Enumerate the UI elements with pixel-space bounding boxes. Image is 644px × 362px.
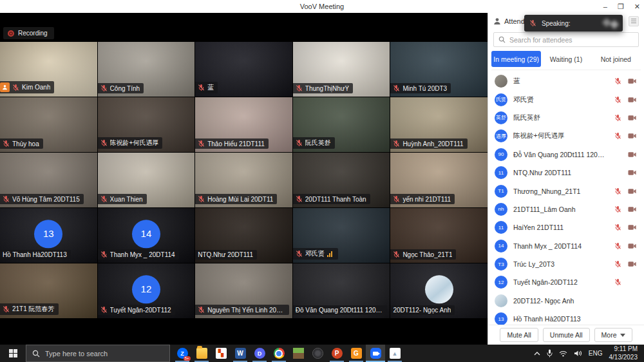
camera-off-icon[interactable] xyxy=(628,187,636,195)
attendee-row[interactable]: T1 Thương_Nhung_21T1 xyxy=(488,182,644,200)
video-tile[interactable]: 12 Tuyết Ngân-20DT112 xyxy=(98,263,195,318)
attendee-row[interactable]: 11 HaiYen 21DT111 xyxy=(488,218,644,236)
video-tile[interactable]: ThungThịNhưÝ xyxy=(293,42,390,97)
video-tile[interactable]: Xuan Thien xyxy=(98,153,195,207)
video-tile[interactable]: Nguyễn Thị Yến Linh 20DT112 xyxy=(195,263,292,318)
video-tile[interactable]: 邓氏贤 xyxy=(293,208,390,263)
unmute-all-button[interactable]: Unmute All xyxy=(543,328,590,342)
mic-muted-icon[interactable] xyxy=(614,224,622,232)
panel-menu-icon[interactable] xyxy=(629,16,639,26)
camera-off-icon[interactable] xyxy=(628,113,636,122)
mic-muted-icon xyxy=(296,195,303,203)
camera-off-icon[interactable] xyxy=(628,95,636,104)
attendee-search[interactable] xyxy=(493,32,639,47)
video-tile[interactable]: Hoàng Mùi Lai 20DT11 xyxy=(195,153,292,207)
video-tile[interactable]: Công Tính xyxy=(98,42,195,97)
redapp-app-icon[interactable] xyxy=(211,345,231,362)
video-tile[interactable]: 20DT112- Ngọc Anh xyxy=(390,263,488,318)
mic-muted-icon[interactable] xyxy=(614,260,622,269)
mic-muted-icon xyxy=(100,139,108,147)
video-tile[interactable]: Thảo Hiếu 21DT111 xyxy=(195,97,292,152)
video-tile[interactable]: 陈祝龄+何氏遇厚 xyxy=(98,97,195,152)
photos-app-icon[interactable] xyxy=(385,345,404,362)
attendee-row[interactable]: 12 Tuyết Ngân-20DT112 xyxy=(488,273,644,291)
speaker-icon[interactable] xyxy=(574,350,582,357)
attendee-row[interactable]: T3 Trúc Ly_20T3 xyxy=(488,255,644,273)
host-icon xyxy=(0,82,10,92)
microphone-icon[interactable] xyxy=(547,349,553,357)
camera-off-icon[interactable] xyxy=(628,150,636,158)
video-tile[interactable]: Đỗ Văn Quang 20Dt111 120000190 xyxy=(293,263,390,318)
mic-muted-icon[interactable] xyxy=(614,132,622,140)
mic-muted-icon[interactable] xyxy=(614,77,622,86)
wifi-icon[interactable] xyxy=(559,350,567,357)
more-button[interactable]: More xyxy=(594,328,632,342)
explorer-app-icon[interactable] xyxy=(192,345,211,362)
attendee-row[interactable]: nh 21DT111_Lâm Oanh xyxy=(488,200,644,218)
camera-off-icon[interactable] xyxy=(628,132,636,140)
video-tile[interactable]: 21T1 阮范春芳 xyxy=(0,263,97,318)
camera-off-icon[interactable] xyxy=(628,242,636,250)
video-tile[interactable]: 阮氏英舒 xyxy=(293,97,390,152)
attendee-row[interactable]: 氏贤 邓氏贤 xyxy=(488,90,644,108)
video-tile[interactable]: Võ Hùng Tâm 20DT115 xyxy=(0,153,97,207)
attendee-row[interactable]: 13 Hồ Thanh Hà20DT113 xyxy=(488,310,644,325)
camera-off-icon[interactable] xyxy=(628,260,636,269)
mic-muted-icon[interactable] xyxy=(614,187,622,195)
camera-off-icon[interactable] xyxy=(628,205,636,213)
attendee-row[interactable]: 14 Thanh Myx _ 20DT114 xyxy=(488,237,644,255)
tab-not-joined[interactable]: Not joined xyxy=(591,51,641,67)
tile-name-bar: 邓氏贤 xyxy=(293,248,338,260)
taskbar-search[interactable]: Type here to search xyxy=(26,345,170,362)
video-tile[interactable]: Ngọc Thảo_21T1 xyxy=(390,208,488,263)
tile-name-bar: Thùy hoa xyxy=(0,138,43,149)
video-tile[interactable]: Minh Tú 20DT3 xyxy=(390,42,488,97)
tab-in-meeting-29-[interactable]: In meeting (29) xyxy=(491,51,541,67)
video-tile[interactable]: 蓝 xyxy=(195,42,292,97)
attendee-row[interactable]: 20DT112- Ngọc Anh xyxy=(488,292,644,310)
attendee-row[interactable]: 11 NTQ.Như 20DT111 xyxy=(488,164,644,182)
lens-app-icon[interactable] xyxy=(308,345,327,362)
minecraft-app-icon[interactable] xyxy=(289,345,308,362)
start-button[interactable] xyxy=(0,345,26,362)
video-tile[interactable]: Huỳnh Anh_20DT111 xyxy=(390,97,488,152)
camera-off-icon[interactable] xyxy=(628,224,636,232)
video-tile[interactable]: yến nhi 21DT111 xyxy=(390,153,488,207)
video-tile[interactable]: 20DT111 Thanh Toàn xyxy=(293,153,390,207)
mic-muted-icon[interactable] xyxy=(614,95,622,104)
camera-off-icon[interactable] xyxy=(628,169,636,177)
camera-off-icon[interactable] xyxy=(628,77,636,86)
attendee-row[interactable]: 遇厚 陈祝龄+何氏遇厚 xyxy=(488,127,644,145)
mic-muted-icon[interactable] xyxy=(614,113,622,122)
mic-muted-icon[interactable] xyxy=(614,242,622,250)
video-tile[interactable]: 14 Thanh Myx _ 20DT114 xyxy=(98,208,195,263)
tray-expand-icon[interactable] xyxy=(534,351,540,356)
voov-app-icon[interactable] xyxy=(366,345,385,362)
avatar: 英舒 xyxy=(495,111,507,124)
mic-muted-icon[interactable] xyxy=(614,278,622,287)
video-tile[interactable]: NTQ.Như 20DT111 xyxy=(195,208,292,263)
word-app-icon[interactable] xyxy=(231,345,250,362)
attendee-row[interactable]: 90 Đỗ Văn Quang 20Dt111 120000190 xyxy=(488,146,644,164)
video-tile[interactable]: 13 Hồ Thanh Hà20DT113 xyxy=(0,208,97,263)
attendee-row[interactable]: 蓝 xyxy=(488,72,644,90)
attendee-row[interactable]: 英舒 阮氏英舒 xyxy=(488,109,644,127)
restore-icon[interactable]: ❐ xyxy=(618,3,624,10)
clock[interactable]: 9:11 PM 4/13/2023 xyxy=(609,345,638,361)
chrome-app-icon[interactable] xyxy=(269,345,289,362)
avatar: 13 xyxy=(495,312,507,325)
tab-waiting-1-[interactable]: Waiting (1) xyxy=(541,51,591,67)
language-indicator[interactable]: ENG xyxy=(589,350,603,357)
mute-all-button[interactable]: Mute All xyxy=(500,328,538,342)
discord-app-icon[interactable] xyxy=(250,345,269,362)
video-tile[interactable]: Kim Oanh xyxy=(0,42,97,97)
zalo-app-icon[interactable] xyxy=(173,345,192,362)
gapp-app-icon[interactable] xyxy=(346,345,366,362)
video-tile[interactable]: Thùy hoa xyxy=(0,97,97,152)
minimize-icon[interactable]: – xyxy=(603,3,607,10)
ppt-app-icon[interactable] xyxy=(327,345,346,362)
mic-muted-icon[interactable] xyxy=(614,205,622,213)
tile-name: ThungThịNhưÝ xyxy=(305,85,349,92)
close-icon[interactable]: ✕ xyxy=(634,3,640,10)
search-input[interactable] xyxy=(509,36,634,44)
